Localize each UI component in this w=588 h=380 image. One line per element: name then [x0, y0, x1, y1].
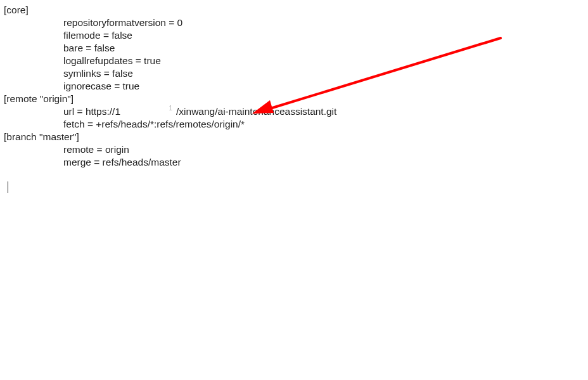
git-config-content: [core] repositoryformatversion = 0 filem… — [0, 4, 588, 169]
core-logallrefupdates: logallrefupdates = true — [63, 55, 588, 67]
core-ignorecase: ignorecase = true — [63, 80, 588, 93]
text-cursor — [8, 181, 8, 193]
core-repositoryformatversion: repositoryformatversion = 0 — [63, 16, 588, 29]
remote-fetch: fetch = +refs/heads/*:refs/remotes/origi… — [63, 118, 588, 131]
core-filemode: filemode = false — [63, 29, 588, 42]
section-remote-header: [remote "origin"] — [4, 93, 588, 105]
remote-url-suffix: /xinwang/ai-maintenanceassistant.git — [176, 106, 336, 117]
section-branch-header: [branch "master"] — [4, 131, 588, 143]
remote-url-prefix: url = https://1 — [63, 106, 120, 117]
core-bare: bare = false — [63, 42, 588, 55]
section-core-header: [core] — [4, 4, 588, 16]
remote-url: url = https://1 1 /xinwang/ai-maintenanc… — [63, 105, 588, 118]
core-symlinks: symlinks = false — [63, 67, 588, 80]
redacted-segment: 1 — [120, 107, 176, 117]
branch-merge: merge = refs/heads/master — [63, 156, 588, 169]
branch-remote: remote = origin — [63, 143, 588, 156]
